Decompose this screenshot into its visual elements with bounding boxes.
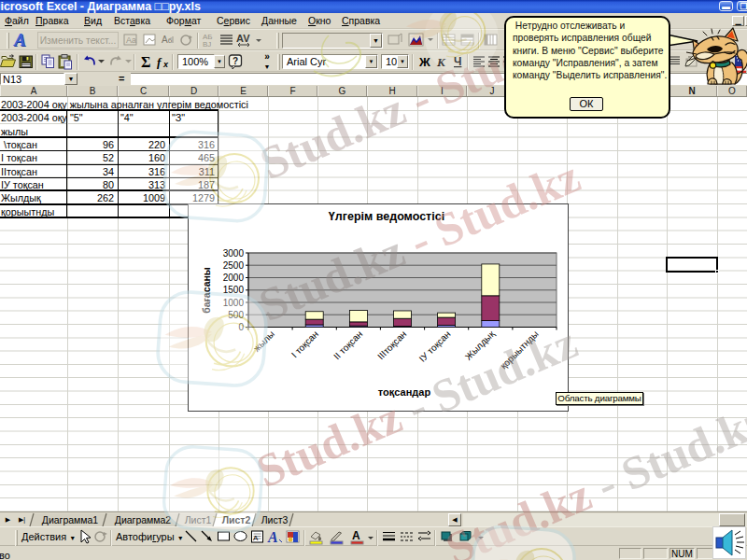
svg-text:тоқсандар: тоқсандар [378,386,431,398]
svg-text:1000: 1000 [223,298,245,308]
svg-text:ВЈ: ВЈ [203,40,211,49]
svg-text:бағасаны: бағасаны [201,267,212,314]
svg-text:Ч: Ч [454,55,461,68]
svg-text:Үлгерім ведомостісі: Үлгерім ведомостісі [329,210,444,223]
svg-text:AV: AV [236,33,250,44]
svg-text:А: А [267,529,278,545]
svg-text:1500: 1500 [223,285,245,295]
svg-text:А: А [352,529,360,542]
svg-text:500: 500 [228,310,244,320]
svg-text:Aa: Aa [126,35,136,45]
svg-text:2000: 2000 [223,273,245,283]
svg-text:f: f [157,55,162,69]
svg-text:К: К [436,55,446,69]
svg-text:x: x [162,60,169,69]
svg-text:0: 0 [238,322,244,332]
svg-text:Аб: Аб [162,35,173,45]
svg-text:A: A [13,32,26,49]
svg-text:3000: 3000 [223,248,245,259]
svg-text:?: ? [233,56,238,66]
svg-text:Σ: Σ [141,54,150,70]
svg-text:2500: 2500 [223,260,245,271]
svg-text:А: А [253,534,259,542]
svg-text:Ж: Ж [418,55,430,69]
